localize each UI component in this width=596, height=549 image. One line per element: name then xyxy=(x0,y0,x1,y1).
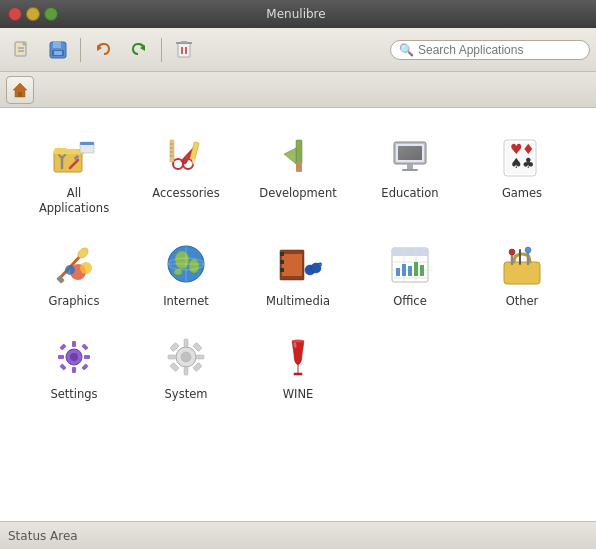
save-button[interactable] xyxy=(42,34,74,66)
other-label: Other xyxy=(506,294,539,309)
search-icon: 🔍 xyxy=(399,43,414,57)
app-grid: All Applications Accessories Development xyxy=(20,124,576,410)
graphics-icon xyxy=(50,240,98,288)
svg-point-93 xyxy=(70,353,78,361)
app-item-settings[interactable]: Settings xyxy=(20,325,128,410)
wine-label: WINE xyxy=(283,387,314,402)
app-item-development[interactable]: Development xyxy=(244,124,352,224)
svg-rect-81 xyxy=(396,268,400,276)
maximize-button[interactable] xyxy=(44,7,58,21)
svg-rect-65 xyxy=(280,252,284,256)
statusbar: Status Area xyxy=(0,521,596,549)
settings-label: Settings xyxy=(50,387,97,402)
svg-rect-101 xyxy=(81,363,88,370)
development-label: Development xyxy=(259,186,336,201)
window-title: Menulibre xyxy=(64,7,528,21)
svg-rect-6 xyxy=(54,51,62,55)
internet-label: Internet xyxy=(163,294,209,309)
status-text: Status Area xyxy=(8,529,78,543)
svg-point-58 xyxy=(189,259,199,273)
settings-icon xyxy=(50,333,98,381)
app-item-games[interactable]: ♥ ♦ ♠ ♣ Games xyxy=(468,124,576,224)
svg-rect-97 xyxy=(84,355,90,359)
app-item-other[interactable]: Other xyxy=(468,232,576,317)
toolbar: 🔍 xyxy=(0,28,596,72)
svg-rect-75 xyxy=(392,254,428,256)
svg-rect-94 xyxy=(72,341,76,347)
svg-point-55 xyxy=(65,265,75,275)
office-label: Office xyxy=(393,294,427,309)
app-item-graphics[interactable]: Graphics xyxy=(20,232,128,317)
accessories-label: Accessories xyxy=(152,186,219,201)
svg-point-103 xyxy=(181,352,191,362)
search-input[interactable] xyxy=(418,43,578,57)
svg-rect-107 xyxy=(196,355,204,359)
close-button[interactable] xyxy=(8,7,22,21)
graphics-label: Graphics xyxy=(49,294,100,309)
svg-rect-35 xyxy=(296,140,302,164)
svg-rect-84 xyxy=(414,262,418,276)
svg-rect-41 xyxy=(398,146,422,160)
education-icon xyxy=(386,132,434,180)
app-item-wine[interactable]: WINE xyxy=(244,325,352,410)
svg-rect-42 xyxy=(407,164,413,169)
separator-2 xyxy=(161,38,162,62)
undo-button[interactable] xyxy=(87,34,119,66)
svg-rect-85 xyxy=(420,265,424,276)
svg-rect-95 xyxy=(72,367,76,373)
office-icon xyxy=(386,240,434,288)
svg-point-91 xyxy=(525,247,531,253)
main-content: All Applications Accessories Development xyxy=(0,108,596,521)
svg-rect-96 xyxy=(58,355,64,359)
svg-rect-15 xyxy=(18,92,22,97)
app-item-system[interactable]: System xyxy=(132,325,240,410)
new-button[interactable] xyxy=(6,34,38,66)
app-item-accessories[interactable]: Accessories xyxy=(132,124,240,224)
app-item-internet[interactable]: Internet xyxy=(132,232,240,317)
svg-rect-66 xyxy=(280,260,284,264)
games-label: Games xyxy=(502,186,542,201)
svg-rect-30 xyxy=(170,140,174,162)
system-icon xyxy=(162,333,210,381)
svg-rect-110 xyxy=(170,362,179,371)
svg-rect-9 xyxy=(178,43,190,57)
navbar xyxy=(0,72,596,108)
wine-icon xyxy=(274,333,322,381)
svg-rect-23 xyxy=(80,142,94,145)
titlebar: Menulibre xyxy=(0,0,596,28)
all-applications-icon xyxy=(50,132,98,180)
multimedia-icon xyxy=(274,240,322,288)
redo-button[interactable] xyxy=(123,34,155,66)
games-icon: ♥ ♦ ♠ ♣ xyxy=(498,132,546,180)
app-item-office[interactable]: Office xyxy=(356,232,464,317)
svg-rect-104 xyxy=(184,339,188,347)
app-item-multimedia[interactable]: Multimedia xyxy=(244,232,352,317)
svg-point-112 xyxy=(292,339,304,342)
other-icon xyxy=(498,240,546,288)
education-label: Education xyxy=(381,186,438,201)
svg-rect-37 xyxy=(296,162,302,172)
search-box[interactable]: 🔍 xyxy=(390,40,590,60)
home-button[interactable] xyxy=(6,76,34,104)
system-label: System xyxy=(165,387,208,402)
internet-icon xyxy=(162,240,210,288)
svg-rect-109 xyxy=(193,342,202,351)
svg-rect-108 xyxy=(170,342,179,351)
svg-rect-100 xyxy=(59,363,66,370)
svg-point-54 xyxy=(80,262,92,274)
svg-rect-43 xyxy=(402,169,418,171)
svg-rect-106 xyxy=(168,355,176,359)
app-item-education[interactable]: Education xyxy=(356,124,464,224)
window-controls xyxy=(8,7,58,21)
svg-rect-4 xyxy=(53,42,61,48)
svg-rect-52 xyxy=(56,275,64,283)
all-applications-label: All Applications xyxy=(34,186,114,216)
delete-button[interactable] xyxy=(168,34,200,66)
svg-rect-98 xyxy=(59,343,66,350)
svg-point-88 xyxy=(509,249,515,255)
app-item-all-applications[interactable]: All Applications xyxy=(20,124,128,224)
svg-rect-64 xyxy=(282,254,302,276)
minimize-button[interactable] xyxy=(26,7,40,21)
svg-rect-67 xyxy=(280,268,284,272)
development-icon xyxy=(274,132,322,180)
